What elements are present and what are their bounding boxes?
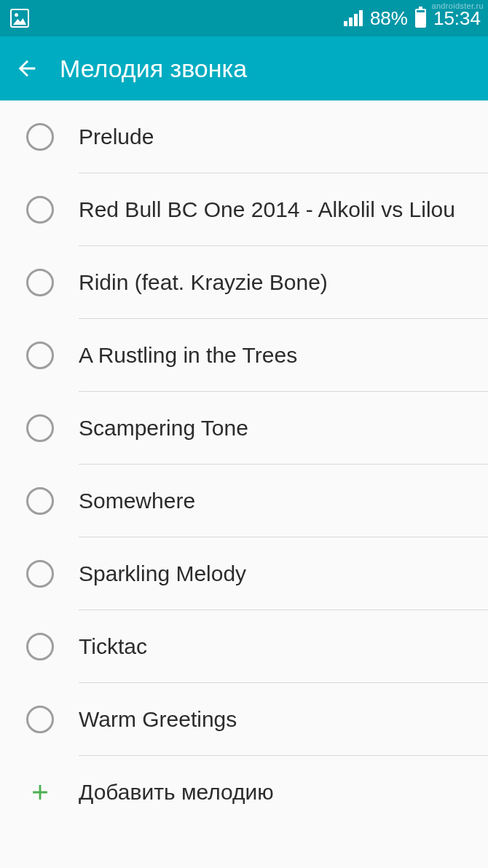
radio-unchecked-icon (26, 196, 54, 224)
status-time: 15:34 (433, 7, 481, 30)
ringtone-label: Ticktac (79, 633, 147, 660)
ringtone-label: Ridin (feat. Krayzie Bone) (79, 269, 328, 296)
ringtone-item[interactable]: Red Bull BC One 2014 - Alkolil vs Lilou (0, 173, 488, 246)
status-left (7, 9, 29, 28)
ringtone-label: Warm Greetings (79, 706, 237, 733)
ringtone-item[interactable]: Prelude (0, 100, 488, 173)
radio-unchecked-icon (26, 342, 54, 369)
radio-unchecked-icon (26, 633, 54, 660)
radio-unchecked-icon (26, 269, 54, 296)
ringtone-item[interactable]: Ridin (feat. Krayzie Bone) (0, 246, 488, 319)
radio-unchecked-icon (26, 560, 54, 588)
battery-icon (415, 9, 426, 28)
ringtone-item[interactable]: Warm Greetings (0, 683, 488, 756)
radio-unchecked-icon (26, 706, 54, 733)
plus-icon (26, 778, 54, 806)
signal-icon (344, 10, 363, 26)
content-area: PreludeRed Bull BC One 2014 - Alkolil vs… (0, 100, 488, 868)
app-bar: Мелодия звонка (0, 36, 488, 100)
ringtone-item[interactable]: Scampering Tone (0, 392, 488, 465)
ringtone-item[interactable]: Ticktac (0, 610, 488, 683)
status-bar: androidster.ru 88% 15:34 (0, 0, 488, 36)
radio-unchecked-icon (26, 414, 54, 442)
ringtone-label: Sparkling Melody (79, 560, 246, 588)
gallery-notification-icon (10, 9, 29, 28)
page-title: Мелодия звонка (60, 55, 247, 83)
add-ringtone-label: Добавить мелодию (79, 778, 274, 806)
watermark-text: androidster.ru (432, 1, 484, 10)
add-ringtone-button[interactable]: Добавить мелодию (0, 756, 488, 829)
ringtone-item[interactable]: A Rustling in the Trees (0, 319, 488, 392)
radio-unchecked-icon (26, 487, 54, 515)
ringtone-label: Prelude (79, 123, 154, 151)
back-button[interactable] (15, 56, 39, 81)
ringtone-item[interactable]: Somewhere (0, 465, 488, 537)
status-right: androidster.ru 88% 15:34 (344, 7, 481, 30)
ringtone-label: Scampering Tone (79, 414, 248, 442)
ringtone-item[interactable]: Sparkling Melody (0, 537, 488, 610)
battery-percent: 88% (370, 7, 408, 30)
arrow-left-icon (15, 56, 39, 81)
ringtone-list: PreludeRed Bull BC One 2014 - Alkolil vs… (0, 100, 488, 756)
ringtone-label: A Rustling in the Trees (79, 342, 297, 369)
ringtone-label: Somewhere (79, 487, 195, 515)
radio-unchecked-icon (26, 123, 54, 151)
ringtone-label: Red Bull BC One 2014 - Alkolil vs Lilou (79, 196, 455, 224)
